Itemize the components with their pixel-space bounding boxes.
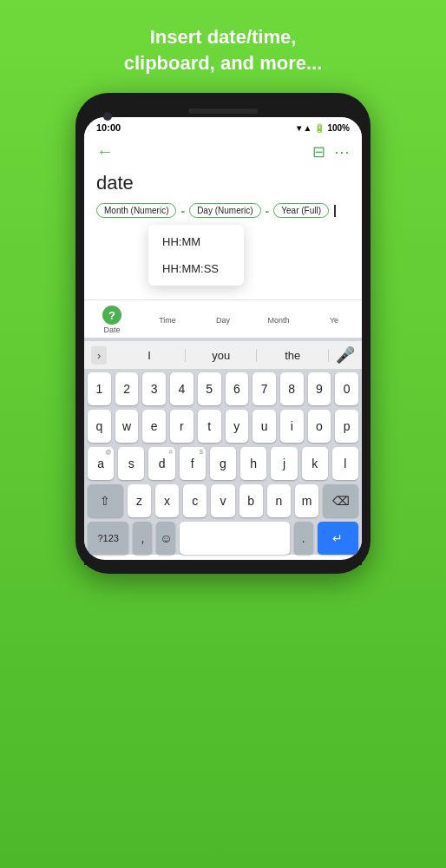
tab-day[interactable]: Day <box>195 316 251 325</box>
asdf-row: a@ s d# f$ g h j k l <box>88 447 358 480</box>
phone-device: 10:00 ▾ ▲ 🔋 100% ← ⊟ ⋯ <box>75 93 371 574</box>
key-u[interactable]: u <box>253 410 276 443</box>
battery-level: 100% <box>327 123 350 133</box>
tab-year[interactable]: Ye <box>306 316 362 325</box>
phone-screen: 10:00 ▾ ▲ 🔋 100% ← ⊟ ⋯ <box>84 117 362 560</box>
key-c[interactable]: c <box>183 484 207 517</box>
tab-month[interactable]: Month <box>251 316 306 325</box>
key-rows: 1 2 3 4 5 6 7 8 9 0 q w <box>84 369 362 517</box>
filter-icon[interactable]: ⊟ <box>312 142 325 161</box>
chip-separator-2: - <box>266 204 270 218</box>
key-v[interactable]: v <box>211 484 234 517</box>
key-a[interactable]: a@ <box>88 447 114 480</box>
tab-day-label: Day <box>216 316 230 325</box>
key-m[interactable]: m <box>295 484 318 517</box>
battery-icon: 🔋 <box>314 123 325 133</box>
toolbar: ← ⊟ ⋯ <box>84 135 362 168</box>
dropdown-popup: HH:MM HH:MM:SS <box>148 225 244 286</box>
period-key[interactable]: . <box>294 522 313 555</box>
key-p[interactable]: p <box>335 410 358 443</box>
tab-time-label: Time <box>159 316 176 325</box>
signal-icon: ▲ <box>304 123 312 133</box>
tab-date[interactable]: ? Date <box>84 306 140 334</box>
key-8[interactable]: 8 <box>280 372 304 405</box>
dropdown-item-hhmmss[interactable]: HH:MM:SS <box>148 255 244 282</box>
key-6[interactable]: 6 <box>226 372 249 405</box>
bottom-tabs: ? Date Time Day Month Ye <box>84 299 362 338</box>
tab-time[interactable]: Time <box>140 316 195 325</box>
suggestion-you[interactable]: you <box>186 349 258 362</box>
status-icons: ▾ ▲ 🔋 100% <box>297 123 350 133</box>
key-e[interactable]: e <box>142 410 166 443</box>
phone-speaker <box>188 108 258 114</box>
key-s[interactable]: s <box>118 447 144 480</box>
bottom-key-row: ?123 , ☺ . ↵ <box>84 522 362 555</box>
shift-key[interactable]: ⇧ <box>88 484 123 517</box>
tab-month-label: Month <box>267 316 289 325</box>
suggestion-the[interactable]: the <box>257 349 329 362</box>
dropdown-item-hhmm[interactable]: HH:MM <box>148 228 244 255</box>
key-j[interactable]: j <box>271 447 297 480</box>
number-row: 1 2 3 4 5 6 7 8 9 0 <box>88 372 358 405</box>
suggestions-row: › I you the 🎤 <box>84 341 362 369</box>
toolbar-right: ⊟ ⋯ <box>312 142 350 161</box>
key-k[interactable]: k <box>302 447 328 480</box>
key-i[interactable]: i <box>280 410 304 443</box>
text-cursor <box>334 205 336 217</box>
chip-separator-1: - <box>180 204 185 218</box>
wifi-icon: ▾ <box>297 123 301 133</box>
phone-home-bar <box>84 560 362 565</box>
key-b[interactable]: b <box>239 484 263 517</box>
tab-date-label: Date <box>103 326 120 334</box>
zxcv-row: ⇧ z x c v b n m ⌫ <box>88 484 358 517</box>
numbers-toggle-key[interactable]: ?123 <box>88 522 128 555</box>
key-r[interactable]: r <box>170 410 193 443</box>
editor-label: date <box>96 172 350 194</box>
qwerty-row: q w e r t y u i o p <box>88 410 358 443</box>
mic-icon[interactable]: 🎤 <box>336 345 355 365</box>
key-h[interactable]: h <box>240 447 266 480</box>
key-f[interactable]: f$ <box>180 447 206 480</box>
key-9[interactable]: 9 <box>308 372 331 405</box>
emoji-key[interactable]: ☺ <box>156 522 175 555</box>
toolbar-left: ← <box>96 141 114 161</box>
key-7[interactable]: 7 <box>253 372 276 405</box>
key-n[interactable]: n <box>267 484 291 517</box>
key-2[interactable]: 2 <box>115 372 139 405</box>
content-area: date Month (Numeric) - Day (Numeric) - Y… <box>84 168 362 299</box>
chip-day[interactable]: Day (Numeric) <box>189 203 260 218</box>
key-l[interactable]: l <box>332 447 358 480</box>
status-bar: 10:00 ▾ ▲ 🔋 100% <box>84 117 362 135</box>
comma-key[interactable]: , <box>133 522 152 555</box>
key-w[interactable]: w <box>115 410 139 443</box>
key-3[interactable]: 3 <box>142 372 166 405</box>
key-1[interactable]: 1 <box>88 372 111 405</box>
chip-year[interactable]: Year (Full) <box>273 203 329 218</box>
key-o[interactable]: o <box>308 410 331 443</box>
key-4[interactable]: 4 <box>170 372 193 405</box>
keyboard-area: › I you the 🎤 1 2 3 4 5 6 7 <box>84 338 362 555</box>
key-q[interactable]: q <box>88 410 111 443</box>
key-d[interactable]: d# <box>148 447 174 480</box>
more-options-icon[interactable]: ⋯ <box>334 142 350 161</box>
key-y[interactable]: y <box>226 410 249 443</box>
phone-top-bar <box>84 102 362 117</box>
key-g[interactable]: g <box>210 447 236 480</box>
chips-row: Month (Numeric) - Day (Numeric) - Year (… <box>96 203 350 218</box>
back-button[interactable]: ← <box>96 141 114 161</box>
chip-month[interactable]: Month (Numeric) <box>96 203 176 218</box>
suggestion-i[interactable]: I <box>114 349 186 362</box>
suggestions-expand[interactable]: › <box>91 346 107 365</box>
header-title: Insert date/time, clipboard, and more... <box>89 0 357 93</box>
space-key[interactable] <box>180 522 289 555</box>
key-t[interactable]: t <box>198 410 221 443</box>
status-time: 10:00 <box>96 122 121 133</box>
tab-year-label: Ye <box>330 316 338 325</box>
delete-key[interactable]: ⌫ <box>323 484 358 517</box>
key-z[interactable]: z <box>128 484 151 517</box>
key-0[interactable]: 0 <box>335 372 358 405</box>
enter-key[interactable]: ↵ <box>318 522 358 555</box>
key-x[interactable]: x <box>155 484 179 517</box>
help-icon: ? <box>102 306 121 325</box>
key-5[interactable]: 5 <box>198 372 221 405</box>
